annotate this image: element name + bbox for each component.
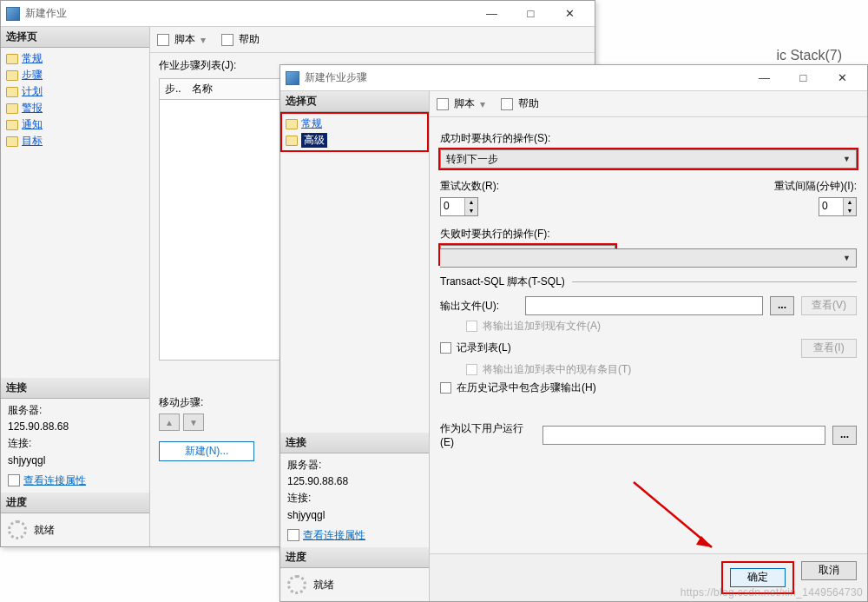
script-icon: [157, 34, 169, 46]
page-icon: [286, 119, 298, 129]
maximize-button[interactable]: □: [511, 2, 550, 26]
app-icon: [6, 7, 20, 21]
close-button[interactable]: ✕: [550, 2, 589, 26]
conn-value: shjyyqgl: [8, 453, 142, 469]
connection-header: 连接: [1, 378, 149, 399]
page-icon: [6, 70, 18, 81]
nav-targets[interactable]: 目标: [4, 133, 146, 149]
append-file-checkbox: [466, 321, 477, 332]
view-connection-link[interactable]: 查看连接属性: [303, 527, 365, 544]
nav-general[interactable]: 常规: [4, 50, 146, 67]
append-table-checkbox: [466, 364, 477, 375]
retry-interval-input[interactable]: 0 ▲▼: [819, 197, 857, 216]
left-pane: 选择页 常规 步骤 计划 警报 通知 目标 连接 服务器: 125.90.88.…: [1, 27, 150, 546]
include-history-label: 在历史记录中包含步骤输出(H): [457, 380, 596, 395]
conn-value: shjyyqgl: [287, 507, 422, 524]
run-as-browse-button[interactable]: ...: [832, 426, 857, 445]
main-pane: 脚本 ▾ 帮助 成功时要执行的操作(S): 转到下一步▼ 重试次数(R):: [430, 91, 867, 601]
select-page-header: 选择页: [1, 27, 149, 48]
progress-spinner-icon: [8, 520, 27, 539]
cancel-button[interactable]: 取消: [801, 561, 857, 580]
server-value: 125.90.88.68: [8, 419, 142, 435]
retry-count-label: 重试次数(R):: [440, 179, 640, 194]
script-button[interactable]: 脚本: [454, 96, 475, 111]
progress-header: 进度: [280, 547, 429, 568]
progress-status: 就绪: [34, 523, 55, 538]
page-icon: [6, 103, 18, 114]
script-button[interactable]: 脚本: [174, 32, 195, 47]
retry-count-input[interactable]: 0 ▲▼: [440, 197, 478, 216]
on-success-combo[interactable]: 转到下一步▼: [440, 149, 857, 169]
append-table-label: 将输出追加到表中的现有条目(T): [483, 362, 631, 377]
spin-up-icon[interactable]: ▲: [844, 198, 856, 207]
help-button[interactable]: 帮助: [518, 96, 539, 111]
on-success-label: 成功时要执行的操作(S):: [440, 131, 857, 146]
nav-steps[interactable]: 步骤: [4, 67, 146, 83]
view-file-button: 查看(V): [801, 296, 857, 315]
nav-alerts[interactable]: 警报: [4, 100, 146, 116]
conn-label: 连接:: [8, 435, 142, 452]
append-file-label: 将输出追加到现有文件(A): [483, 319, 601, 334]
new-step-button[interactable]: 新建(N)...: [159, 441, 254, 461]
help-button[interactable]: 帮助: [239, 32, 260, 47]
log-table-checkbox[interactable]: [440, 342, 451, 354]
server-value: 125.90.88.68: [287, 473, 422, 490]
chevron-down-icon: ▼: [843, 155, 851, 163]
spin-up-icon[interactable]: ▲: [465, 198, 477, 207]
page-icon: [6, 136, 18, 147]
minimize-button[interactable]: —: [745, 66, 784, 90]
help-icon: [501, 98, 513, 110]
minimize-button[interactable]: —: [472, 2, 511, 26]
nav-advanced[interactable]: 高级: [284, 132, 425, 149]
page-icon: [6, 87, 18, 97]
window-new-job-step: 新建作业步骤 — □ ✕ 选择页 常规 高级 连接 服务器: 125.90.88…: [279, 64, 868, 602]
titlebar[interactable]: 新建作业 — □ ✕: [1, 1, 595, 27]
move-down-button[interactable]: ▼: [183, 413, 204, 431]
progress-spinner-icon: [287, 575, 306, 594]
output-file-label: 输出文件(U):: [440, 299, 518, 314]
connection-info: 服务器: 125.90.88.68 连接: shjyyqgl 查看连接属性: [280, 453, 429, 547]
conn-label: 连接:: [287, 490, 422, 506]
left-pane: 选择页 常规 高级 连接 服务器: 125.90.88.68 连接: shjyy…: [280, 91, 430, 601]
watermark: https://blog.csdn.net/xin_1449564730: [681, 586, 863, 599]
app-icon: [286, 71, 299, 85]
page-icon: [6, 54, 18, 64]
col-name[interactable]: 名称: [192, 82, 213, 96]
toolbar: 脚本 ▾ 帮助: [150, 27, 595, 53]
close-button[interactable]: ✕: [823, 66, 862, 90]
script-icon: [437, 98, 449, 110]
toolbar: 脚本 ▾ 帮助: [430, 91, 867, 117]
window-title: 新建作业: [25, 6, 472, 21]
connection-info: 服务器: 125.90.88.68 连接: shjyyqgl 查看连接属性: [1, 399, 149, 493]
nav-notifications[interactable]: 通知: [4, 116, 146, 133]
progress-status: 就绪: [313, 578, 334, 592]
browse-button[interactable]: ...: [770, 296, 794, 315]
nav-general[interactable]: 常规: [284, 116, 425, 132]
output-file-input[interactable]: [525, 296, 763, 315]
tsql-section-label: Transact-SQL 脚本(T-SQL): [440, 275, 565, 289]
log-table-label: 记录到表(L): [457, 341, 511, 355]
col-step[interactable]: 步..: [165, 82, 181, 96]
nav-schedules[interactable]: 计划: [4, 83, 146, 100]
properties-icon: [8, 474, 20, 486]
run-as-label: 作为以下用户运行(E): [440, 421, 536, 448]
select-page-header: 选择页: [280, 91, 429, 112]
progress-header: 进度: [1, 493, 149, 513]
spin-down-icon[interactable]: ▼: [465, 207, 477, 215]
connection-header: 连接: [280, 433, 429, 453]
ok-button[interactable]: 确定: [730, 568, 786, 587]
on-fail-combo[interactable]: 退出报告失败的作业▼: [440, 245, 615, 264]
titlebar[interactable]: 新建作业步骤 — □ ✕: [280, 65, 867, 91]
background-text: ic Stack(7): [776, 48, 842, 63]
view-connection-link[interactable]: 查看连接属性: [23, 473, 86, 489]
server-label: 服务器:: [287, 457, 422, 473]
view-table-button: 查看(I): [801, 339, 857, 358]
page-icon: [286, 136, 298, 146]
chevron-down-icon: ▼: [602, 250, 609, 259]
spin-down-icon[interactable]: ▼: [844, 207, 856, 215]
maximize-button[interactable]: □: [784, 66, 823, 90]
include-history-checkbox[interactable]: [440, 382, 451, 394]
run-as-input[interactable]: [542, 426, 825, 445]
on-fail-label: 失败时要执行的操作(F):: [440, 227, 857, 241]
move-up-button[interactable]: ▲: [159, 413, 180, 431]
